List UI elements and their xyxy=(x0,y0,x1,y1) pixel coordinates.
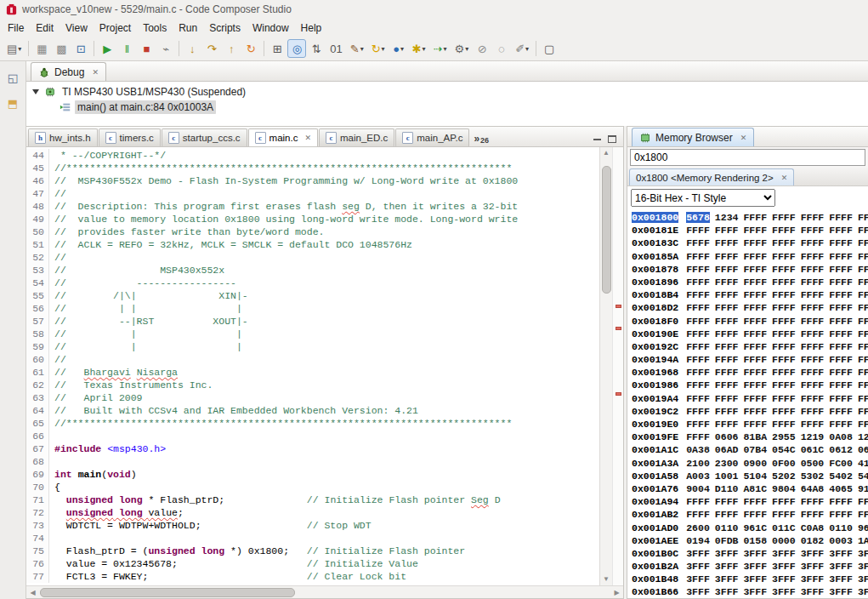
memory-word[interactable]: 0A38 xyxy=(686,444,710,455)
memory-word[interactable]: 054C xyxy=(772,444,796,455)
code-line[interactable]: 47// xyxy=(26,187,599,200)
memory-row[interactable]: 0x00185AFFFFFFFFFFFFFFFFFFFFFFFFFF xyxy=(632,250,868,263)
memory-word[interactable]: FFFF xyxy=(715,237,739,248)
memory-word[interactable]: FF xyxy=(858,406,868,417)
code-line[interactable]: 67#include <msp430.h> xyxy=(26,442,599,455)
scroll-left-arrow[interactable]: ◀ xyxy=(26,589,39,596)
build-tools-button[interactable]: ⚙▾ xyxy=(451,39,472,58)
memory-word[interactable]: 4065 xyxy=(829,483,853,494)
code-line[interactable]: 59// | | xyxy=(26,340,599,353)
target-connect-button[interactable]: ◎ xyxy=(287,39,306,58)
editor-tab-startup_ccs.c[interactable]: cstartup_ccs.c xyxy=(162,128,247,146)
memory-word[interactable]: 9004 xyxy=(686,483,710,494)
memory-word[interactable]: 54 xyxy=(858,471,868,482)
scrollbar-thumb[interactable] xyxy=(602,166,611,294)
memory-word[interactable]: FFFF xyxy=(772,496,796,507)
editor-tab-main_ED.c[interactable]: cmain_ED.c xyxy=(319,128,394,146)
code-line[interactable]: 49// value to memory location 0x1800 usi… xyxy=(26,213,599,225)
memory-word[interactable]: FF xyxy=(858,316,868,327)
menu-run[interactable]: Run xyxy=(173,20,203,36)
memory-word[interactable]: FF xyxy=(858,277,868,288)
memory-word[interactable]: FFFF xyxy=(715,419,739,430)
memory-word[interactable]: FFFF xyxy=(743,367,767,378)
memory-word[interactable]: 1219 xyxy=(801,431,825,442)
memory-word[interactable]: FFFF xyxy=(829,367,853,378)
memory-word[interactable]: 3FFF xyxy=(801,561,825,572)
memory-word[interactable]: 3FFF xyxy=(829,573,853,585)
memory-word[interactable]: 3FFF xyxy=(743,561,767,572)
memory-word[interactable]: FFFF xyxy=(829,302,853,313)
memory-row[interactable]: 0x00194AFFFFFFFFFFFFFFFFFFFFFFFFFF xyxy=(632,353,868,366)
memory-word[interactable]: FFFF xyxy=(772,341,796,352)
memory-word[interactable]: FFFF xyxy=(772,419,796,430)
memory-word[interactable]: 3FFF xyxy=(801,548,825,559)
memory-word[interactable]: 061C xyxy=(801,444,825,455)
memory-word[interactable]: FFFF xyxy=(715,509,739,520)
memory-word[interactable]: FFFF xyxy=(772,225,796,236)
memory-word[interactable]: FFFF xyxy=(686,277,710,288)
memory-row[interactable]: 0x00180056781234FFFFFFFFFFFFFFFFFF xyxy=(632,211,868,224)
memory-word[interactable]: FFFF xyxy=(829,509,853,520)
code-line[interactable]: 54// ----------------- xyxy=(26,277,599,289)
editor-tab-main_AP.c[interactable]: cmain_AP.c xyxy=(395,128,469,146)
memory-word[interactable]: FFFF xyxy=(686,316,710,327)
memory-word[interactable]: FFFF xyxy=(801,496,825,507)
memory-word[interactable]: 3FFF xyxy=(686,561,710,572)
memory-word[interactable]: 06AD xyxy=(715,444,739,455)
memory-word[interactable]: FFFF xyxy=(743,212,767,223)
memory-word[interactable]: FFFF xyxy=(829,277,853,288)
memory-word[interactable]: 0A08 xyxy=(829,431,853,442)
memory-word[interactable]: 3FFF xyxy=(772,548,796,559)
memory-word[interactable]: FF xyxy=(858,251,868,262)
code-line[interactable]: 71 unsigned long * Flash_ptrD; // Initia… xyxy=(26,493,599,506)
memory-row[interactable]: 0x00190EFFFFFFFFFFFFFFFFFFFFFFFFFF xyxy=(632,328,868,340)
code-line[interactable]: 64// Built with CCSv4 and IAR Embedded W… xyxy=(26,404,599,417)
memory-address-input[interactable] xyxy=(630,149,865,166)
memory-word[interactable]: 961C xyxy=(743,522,767,533)
memory-word[interactable]: FFFF xyxy=(743,379,767,391)
memory-word[interactable]: FFFF xyxy=(686,225,710,236)
memory-word[interactable]: 0003 xyxy=(829,535,853,546)
memory-row[interactable]: 0x00181EFFFFFFFFFFFFFFFFFFFFFFFFFF xyxy=(632,224,868,237)
memory-word[interactable]: FFFF xyxy=(829,316,853,327)
menu-help[interactable]: Help xyxy=(295,20,328,36)
memory-word[interactable]: FFFF xyxy=(686,379,710,391)
memory-word[interactable]: 3FFF xyxy=(743,548,767,559)
memory-word[interactable]: FFFF xyxy=(715,341,739,352)
memory-word[interactable]: FF xyxy=(858,509,868,520)
code-line[interactable]: 74 xyxy=(26,532,599,545)
annotation-marker[interactable] xyxy=(616,392,621,396)
memory-word[interactable]: FFFF xyxy=(829,328,853,339)
memory-word[interactable]: 1A xyxy=(858,535,868,546)
memory-word[interactable]: 3FFF xyxy=(715,561,739,572)
disconnect-button[interactable]: ⌁ xyxy=(156,39,175,58)
scrollbar-thumb[interactable] xyxy=(40,588,295,597)
memory-word[interactable]: FFFF xyxy=(743,328,767,339)
memory-word[interactable]: A003 xyxy=(686,471,710,482)
memory-word[interactable]: FFFF xyxy=(715,354,739,365)
memory-word[interactable]: FFFF xyxy=(715,264,739,275)
memory-word[interactable]: 3FFF xyxy=(686,586,710,597)
menu-tools[interactable]: Tools xyxy=(137,20,173,36)
memory-word[interactable]: FFFF xyxy=(772,264,796,275)
memory-word[interactable]: FFFF xyxy=(743,354,767,365)
memory-word[interactable]: 011C xyxy=(772,522,796,533)
memory-word[interactable]: FFFF xyxy=(829,496,853,507)
memory-word[interactable]: FFFF xyxy=(772,316,796,327)
memory-row[interactable]: 0x00183CFFFFFFFFFFFFFFFFFFFFFFFFFF xyxy=(632,237,868,249)
memory-word[interactable]: FF xyxy=(858,341,868,352)
memory-word[interactable]: FFFF xyxy=(686,302,710,313)
memory-word[interactable]: A81C xyxy=(743,483,767,494)
memory-word[interactable]: FFFF xyxy=(801,393,825,404)
editor-vertical-scrollbar[interactable]: ▲ ▼ xyxy=(599,147,612,585)
memory-word[interactable]: FFFF xyxy=(715,496,739,507)
maximize-button[interactable] xyxy=(608,135,616,143)
memory-row[interactable]: 0x0019E0FFFFFFFFFFFFFFFFFFFFFFFFFF xyxy=(632,418,868,431)
memory-word[interactable]: FFFF xyxy=(772,289,796,300)
code-line[interactable]: 69int main(void) xyxy=(26,468,599,481)
memory-word[interactable]: 1234 xyxy=(715,212,739,223)
code-line[interactable]: 53// MSP430x552x xyxy=(26,264,599,277)
memory-word[interactable]: FFFF xyxy=(801,316,825,327)
memory-word[interactable]: 41 xyxy=(858,458,868,469)
memory-word[interactable]: FFFF xyxy=(772,367,796,378)
